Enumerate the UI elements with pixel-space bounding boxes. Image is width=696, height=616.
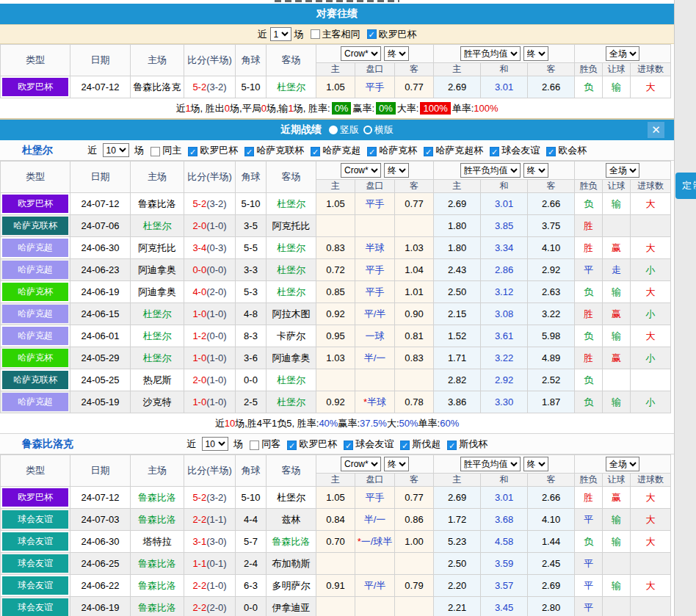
result-cell: 平 bbox=[575, 509, 603, 531]
vertical-radio-label[interactable]: 竖版 bbox=[340, 123, 359, 137]
asia-odds-stage-select[interactable]: 终 bbox=[384, 46, 409, 61]
h2h-table-body: 欧罗巴杯24-07-12鲁森比洛克5-2(3-2)5-10杜堡尔1.05平手0.… bbox=[1, 76, 671, 98]
asia-odds-stage-select[interactable]: 终 bbox=[384, 163, 409, 178]
asia-odds-source-select[interactable]: Crow* bbox=[341, 457, 381, 471]
europe-odds-stage-select[interactable]: 终 bbox=[523, 46, 548, 61]
match-date: 24-07-12 bbox=[70, 487, 131, 509]
asia-home-odds: 0.92 bbox=[316, 303, 355, 325]
europe-away-odds: 5.98 bbox=[528, 325, 575, 347]
horizontal-radio-label[interactable]: 横版 bbox=[374, 123, 394, 137]
corners: 2-5 bbox=[236, 391, 267, 413]
asia-odds-stage-select[interactable]: 终 bbox=[384, 457, 409, 471]
horizontal-radio[interactable] bbox=[363, 126, 372, 134]
europe-draw-odds: 3.59 bbox=[481, 553, 528, 575]
europe-odds-source-select[interactable]: 胜平负均值 bbox=[460, 457, 521, 471]
sub-euro-draw: 和 bbox=[481, 63, 528, 76]
scope-select[interactable]: 全场 bbox=[606, 163, 639, 178]
asia-odds-group: Crow*终 bbox=[316, 162, 434, 180]
result-cell: 胜 bbox=[575, 303, 603, 325]
europe-home-odds: 2.69 bbox=[434, 487, 481, 509]
league-checkbox-label: 哈萨克超 bbox=[322, 145, 360, 156]
league-cell: 欧罗巴杯 bbox=[1, 487, 70, 509]
halftime-score: (2-0) bbox=[206, 602, 226, 613]
col-away: 客场 bbox=[267, 45, 316, 76]
match-score: 5-2(3-2) bbox=[184, 487, 236, 509]
match-date: 24-07-12 bbox=[70, 193, 131, 215]
dugal-table: 类型日期主场比分(半场)角球客场Crow*终胜平负均值终全场主盘口客主和客胜负让… bbox=[0, 161, 671, 413]
league-checkbox-4[interactable]: ✓ bbox=[424, 147, 433, 156]
league-checkbox-0[interactable]: ✓ bbox=[367, 29, 377, 39]
europe-odds-source-select[interactable]: 胜平负均值 bbox=[460, 163, 521, 178]
europe-odds-source-select[interactable]: 胜平负均值 bbox=[460, 46, 521, 61]
corners: 8-3 bbox=[236, 325, 267, 347]
league-checkbox-0[interactable]: ✓ bbox=[188, 147, 197, 156]
home-team: 鲁森比洛 bbox=[131, 487, 184, 509]
league-checkbox-5[interactable]: ✓ bbox=[490, 147, 499, 156]
asia-home-odds bbox=[316, 597, 355, 616]
league-checkbox-label: 欧会杯 bbox=[558, 145, 587, 156]
league-cell: 哈萨克联杯 bbox=[1, 369, 70, 391]
league-checkbox-label: 欧罗巴杯 bbox=[379, 28, 417, 41]
col-type: 类型 bbox=[1, 162, 70, 193]
league-badge: 球会友谊 bbox=[2, 598, 68, 616]
europe-draw-odds: 3.45 bbox=[481, 597, 528, 616]
sub-goals: 进球数 bbox=[631, 63, 671, 76]
europe-home-odds: 2.43 bbox=[434, 259, 481, 281]
fulltime-score: 1-1 bbox=[192, 558, 206, 569]
home-team: 杜堡尔 bbox=[131, 347, 184, 369]
league-checkbox-6[interactable]: ✓ bbox=[546, 147, 556, 156]
handicap-result-cell: 输 bbox=[603, 193, 631, 215]
match-score: 1-0(1-0) bbox=[184, 347, 236, 369]
col-home: 主场 bbox=[131, 45, 184, 76]
away-team: 杜堡尔 bbox=[267, 281, 316, 303]
corners: 2-4 bbox=[236, 553, 267, 575]
table-row: 哈萨克超24-06-15杜堡尔1-0(1-0)4-8阿拉木图0.92平/半0.9… bbox=[1, 303, 671, 325]
away-team: 阿迪拿奥 bbox=[267, 347, 316, 369]
asia-handicap bbox=[355, 369, 395, 391]
league-checkbox-2[interactable]: ✓ bbox=[400, 441, 410, 450]
recent-count-select[interactable]: 1 bbox=[270, 27, 291, 41]
same-venue-checkbox[interactable]: ✓ bbox=[151, 147, 160, 156]
col-date: 日期 bbox=[70, 455, 131, 487]
customize-button[interactable]: 定制 bbox=[675, 173, 696, 199]
match-date: 24-05-25 bbox=[70, 369, 131, 391]
league-checkbox-1[interactable]: ✓ bbox=[344, 441, 353, 450]
result-group: 全场 bbox=[575, 455, 671, 474]
league-checkbox-3[interactable]: ✓ bbox=[447, 441, 457, 450]
league-checkbox-2[interactable]: ✓ bbox=[311, 147, 320, 156]
europe-away-odds: 2.66 bbox=[528, 193, 575, 215]
match-score: 5-2(3-2) bbox=[184, 193, 236, 215]
league-cell: 球会友谊 bbox=[1, 553, 70, 575]
dugal-team-title: 杜堡尔 bbox=[22, 144, 53, 157]
league-checkbox-1[interactable]: ✓ bbox=[244, 147, 254, 156]
europe-away-odds: 2.66 bbox=[528, 76, 575, 98]
asia-odds-source-select[interactable]: Crow* bbox=[341, 46, 381, 61]
home-team: 杜堡尔 bbox=[131, 325, 184, 347]
close-icon[interactable]: ✕ bbox=[648, 122, 664, 138]
handicap-result-cell: 输 bbox=[603, 281, 631, 303]
halftime-score: (1-0) bbox=[206, 308, 226, 319]
league-checkbox-label: 哈萨克杯 bbox=[379, 145, 417, 156]
league-checkbox-0[interactable]: ✓ bbox=[287, 441, 297, 450]
league-checkbox-label: 球会友谊 bbox=[501, 145, 540, 156]
same-venue-checkbox[interactable]: ✓ bbox=[250, 441, 259, 450]
handicap-star: * bbox=[358, 536, 361, 547]
recent-count-select[interactable]: 10 bbox=[103, 143, 129, 157]
fulltime-score: 2-0 bbox=[192, 220, 206, 231]
scope-select[interactable]: 全场 bbox=[606, 457, 639, 471]
league-cell: 欧罗巴杯 bbox=[1, 193, 70, 215]
europe-away-odds: 1.44 bbox=[528, 531, 575, 553]
scope-select[interactable]: 全场 bbox=[606, 46, 639, 61]
match-score: 1-1(0-1) bbox=[184, 553, 236, 575]
vertical-radio[interactable] bbox=[329, 126, 338, 134]
asia-odds-source-select[interactable]: Crow* bbox=[341, 163, 381, 178]
dugal-filters: 近 10 场✓同主✓欧罗巴杯✓哈萨克联杯✓哈萨克超✓哈萨克杯✓哈萨克超杯✓球会友… bbox=[87, 143, 587, 157]
same-venue-checkbox[interactable]: ✓ bbox=[311, 29, 320, 39]
match-score: 1-0(1-0) bbox=[184, 303, 236, 325]
europe-home-odds: 1.80 bbox=[434, 237, 481, 259]
recent-count-select[interactable]: 10 bbox=[202, 437, 228, 451]
europe-odds-stage-select[interactable]: 终 bbox=[523, 457, 548, 471]
europe-odds-stage-select[interactable]: 终 bbox=[523, 163, 548, 178]
handicap-result-cell bbox=[603, 597, 631, 616]
league-checkbox-3[interactable]: ✓ bbox=[367, 147, 377, 156]
